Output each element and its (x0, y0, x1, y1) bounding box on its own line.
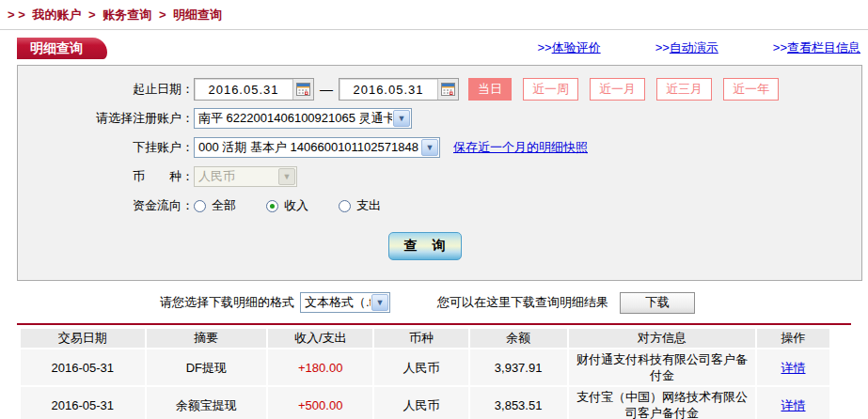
table-row: 2016-05-31 余额宝提现 +500.00 人民币 3,853.51 支付… (21, 387, 829, 419)
detail-link[interactable]: 详情 (781, 361, 806, 375)
cell-date: 2016-05-31 (21, 349, 145, 385)
radio-income-label: 收入 (284, 197, 308, 214)
link-experience-rating[interactable]: >>体验评价 (537, 39, 600, 56)
header-counterparty: 对方信息 (569, 329, 755, 348)
range-3months-button[interactable]: 近三月 (656, 78, 712, 101)
cell-balance: 3,937.91 (470, 349, 567, 385)
query-form-panel: 起止日期： 2016.05.31 — 2016.05.31 (17, 65, 862, 281)
calendar-icon[interactable] (437, 79, 458, 100)
download-format-label: 请您选择下载明细的格式 (160, 294, 294, 311)
download-format-select[interactable]: 文本格式（.txt） ▼ (300, 292, 390, 313)
date-to-input[interactable]: 2016.05.31 (339, 78, 459, 101)
register-account-select[interactable]: 南平 6222001406100921065 灵通卡 ▼ (194, 108, 412, 129)
register-account-row: 请选择注册账户： 南平 6222001406100921065 灵通卡 ▼ (18, 107, 861, 130)
table-header-row: 交易日期 摘要 收入/支出 币种 余额 对方信息 操作 (21, 329, 829, 348)
radio-expense-label: 支出 (356, 197, 381, 214)
range-week-button[interactable]: 近一周 (523, 78, 578, 101)
register-account-value: 南平 6222001406100921065 灵通卡 (195, 110, 392, 127)
link-label: 自动演示 (670, 40, 718, 54)
range-year-button[interactable]: 近一年 (723, 78, 779, 101)
header-balance: 余额 (470, 329, 567, 348)
link-label: 查看栏目信息 (787, 40, 860, 54)
cell-balance: 3,853.51 (470, 387, 567, 419)
link-view-column-info[interactable]: >>查看栏目信息 (773, 39, 860, 56)
sub-account-select[interactable]: 000 活期 基本户 1406600101102571848 ▼ (194, 137, 440, 158)
calendar-icon[interactable] (292, 79, 313, 100)
save-snapshot-link[interactable]: 保存近一个月的明细快照 (453, 139, 588, 156)
date-to-value: 2016.05.31 (339, 83, 437, 97)
header-amount: 收入/支出 (268, 329, 372, 348)
radio-all-label: 全部 (212, 197, 236, 214)
currency-value: 人民币 (195, 168, 277, 185)
date-from-value: 2016.05.31 (195, 83, 292, 97)
breadcrumb-item-detail-query[interactable]: 明细查询 (173, 8, 222, 22)
link-auto-demo[interactable]: >>自动演示 (655, 39, 718, 56)
currency-select: 人民币 ▼ (194, 166, 297, 187)
chevron-down-icon: ▼ (371, 294, 388, 311)
download-hint: 您可以在这里下载查询明细结果 (437, 294, 608, 311)
currency-label: 币 种： (18, 168, 194, 185)
breadcrumb-separator: > (88, 8, 96, 22)
table-row: 2016-05-31 DF提现 +180.00 人民币 3,937.91 财付通… (21, 349, 829, 385)
link-prefix: >> (773, 40, 787, 54)
cell-currency: 人民币 (374, 349, 467, 385)
link-prefix: >> (537, 40, 551, 54)
red-divider (17, 323, 851, 325)
register-account-label: 请选择注册账户： (18, 110, 194, 127)
cell-date: 2016-05-31 (21, 387, 145, 419)
chevron-down-icon: ▼ (393, 110, 410, 127)
sub-account-value: 000 活期 基本户 1406600101102571848 (195, 139, 420, 156)
transactions-table: 交易日期 摘要 收入/支出 币种 余额 对方信息 操作 2016-05-31 D… (19, 327, 831, 419)
header-date: 交易日期 (21, 329, 145, 348)
header-summary: 摘要 (147, 329, 267, 348)
cell-summary: DF提现 (147, 349, 267, 385)
radio-income[interactable] (266, 200, 278, 212)
tab-detail-query[interactable]: 明细查询 (17, 38, 107, 59)
range-today-button[interactable]: 当日 (468, 78, 512, 101)
cell-counterparty: 支付宝（中国）网络技术有限公司客户备付金 (569, 387, 755, 419)
cell-amount: +180.00 (268, 349, 372, 385)
cell-counterparty: 财付通支付科技有限公司客户备付金 (569, 349, 755, 385)
breadcrumb-item-my-account[interactable]: 我的账户 (32, 8, 81, 22)
query-button[interactable]: 查 询 (388, 232, 462, 260)
flow-row: 资金流向： 全部 收入 支出 (18, 194, 861, 217)
flow-label: 资金流向： (18, 197, 194, 214)
date-range-label: 起止日期： (18, 81, 194, 98)
cell-currency: 人民币 (374, 387, 467, 419)
sub-account-label: 下挂账户： (18, 139, 194, 156)
sub-account-row: 下挂账户： 000 活期 基本户 1406600101102571848 ▼ 保… (18, 136, 861, 159)
date-separator: — (320, 82, 333, 97)
chevron-down-icon: ▼ (421, 139, 438, 156)
download-row: 请您选择下载明细的格式 文本格式（.txt） ▼ 您可以在这里下载查询明细结果 … (160, 290, 868, 315)
tab-row: 明细查询 >>体验评价 >>自动演示 >>查看栏目信息 (0, 37, 868, 59)
link-prefix: >> (655, 40, 670, 54)
radio-expense[interactable] (339, 200, 351, 212)
download-format-value: 文本格式（.txt） (301, 294, 371, 311)
flow-radio-group: 全部 收入 支出 (194, 197, 411, 214)
range-month-button[interactable]: 近一月 (590, 78, 645, 101)
detail-link[interactable]: 详情 (781, 398, 806, 412)
breadcrumb: > > 我的账户 > 账务查询 > 明细查询 (0, 0, 868, 30)
cell-amount: +500.00 (268, 387, 372, 419)
cell-summary: 余额宝提现 (147, 387, 267, 419)
query-button-wrap: 查 询 (18, 232, 861, 260)
link-label: 体验评价 (552, 40, 601, 54)
date-range-row: 起止日期： 2016.05.31 — 2016.05.31 (18, 78, 861, 101)
top-links: >>体验评价 >>自动演示 >>查看栏目信息 (482, 39, 868, 56)
chevron-down-icon: ▼ (278, 168, 295, 185)
date-from-input[interactable]: 2016.05.31 (194, 78, 314, 101)
header-currency: 币种 (374, 329, 467, 348)
breadcrumb-prefix: > > (8, 8, 25, 22)
header-action: 操作 (757, 329, 829, 348)
breadcrumb-separator: > (159, 8, 166, 22)
breadcrumb-item-account-query[interactable]: 账务查询 (103, 8, 151, 22)
radio-all[interactable] (194, 200, 206, 212)
download-button[interactable]: 下载 (620, 292, 695, 314)
currency-row: 币 种： 人民币 ▼ (18, 165, 861, 188)
